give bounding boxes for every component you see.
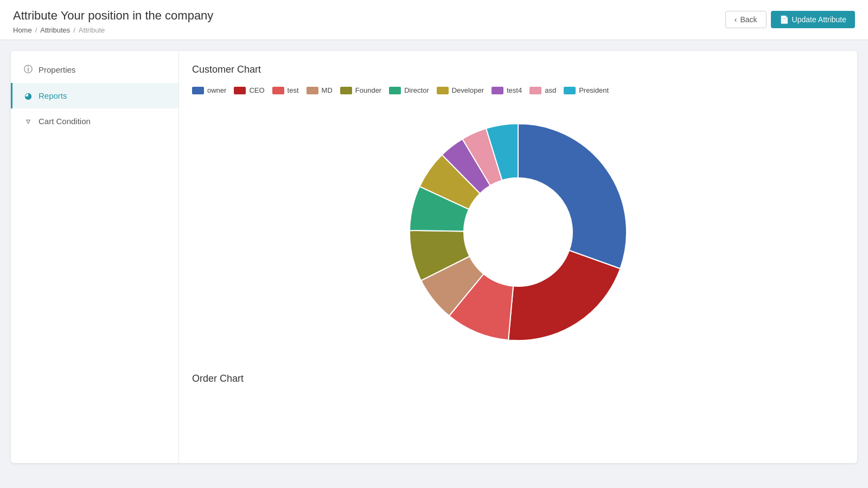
reports-icon: ◕	[23, 91, 33, 101]
legend-item: MD	[307, 86, 333, 94]
legend-item: test4	[492, 86, 522, 94]
breadcrumb-attributes[interactable]: Attributes	[40, 26, 70, 34]
legend-label: asd	[545, 86, 556, 94]
legend-label: Director	[404, 86, 429, 94]
legend-label: Founder	[355, 86, 381, 94]
legend-color-swatch	[564, 87, 576, 94]
order-chart-title: Order Chart	[192, 373, 844, 384]
legend-color-swatch	[192, 87, 204, 94]
legend-label: owner	[207, 86, 226, 94]
legend-item: Founder	[340, 86, 381, 94]
main-content: Customer Chart ownerCEOtestMDFounderDire…	[179, 51, 857, 463]
legend-item: asd	[529, 86, 556, 94]
customer-chart-title: Customer Chart	[192, 64, 844, 75]
legend-label: MD	[322, 86, 333, 94]
sidebar-item-cart-condition[interactable]: ▿ Cart Condition	[11, 108, 178, 134]
legend-color-swatch	[529, 87, 541, 94]
legend-item: test	[272, 86, 299, 94]
legend-color-swatch	[234, 87, 246, 94]
legend-label: test4	[507, 86, 522, 94]
back-chevron-icon: ‹	[735, 15, 737, 24]
chart-legend: ownerCEOtestMDFounderDirectorDeveloperte…	[192, 86, 844, 94]
update-attribute-button[interactable]: 📄 Update Attribute	[771, 11, 855, 28]
legend-color-swatch	[492, 87, 503, 94]
info-icon: ⓘ	[23, 64, 33, 75]
legend-color-swatch	[389, 87, 401, 94]
sidebar: ⓘ Properties ◕ Reports ▿ Cart Condition	[11, 51, 179, 463]
legend-item: CEO	[234, 86, 264, 94]
legend-item: President	[564, 86, 609, 94]
legend-label: President	[579, 86, 609, 94]
legend-color-swatch	[437, 87, 449, 94]
legend-label: CEO	[249, 86, 264, 94]
breadcrumb-current: Attribute	[79, 26, 105, 34]
legend-label: Developer	[452, 86, 484, 94]
legend-label: test	[288, 86, 299, 94]
donut-chart	[393, 107, 643, 357]
donut-center	[464, 178, 572, 286]
update-icon: 📄	[780, 15, 789, 24]
legend-color-swatch	[307, 87, 318, 94]
filter-icon: ▿	[23, 116, 33, 126]
sidebar-item-reports[interactable]: ◕ Reports	[11, 83, 178, 108]
legend-item: Director	[389, 86, 429, 94]
legend-item: owner	[192, 86, 226, 94]
sidebar-item-properties[interactable]: ⓘ Properties	[11, 56, 178, 83]
donut-chart-container	[192, 107, 844, 357]
back-button[interactable]: ‹ Back	[725, 11, 767, 28]
breadcrumb-home[interactable]: Home	[13, 26, 32, 34]
legend-item: Developer	[437, 86, 484, 94]
legend-color-swatch	[340, 87, 352, 94]
legend-color-swatch	[272, 87, 284, 94]
